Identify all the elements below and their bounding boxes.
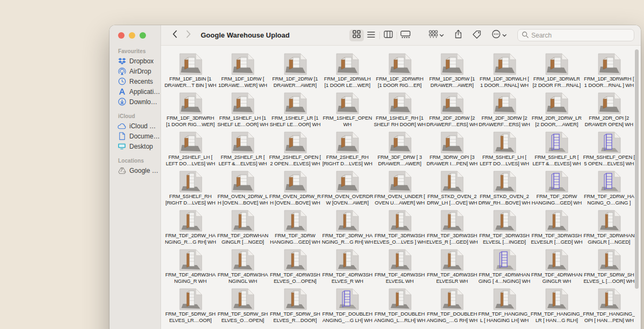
file-item[interactable]: FRM_TDF_4DRW3SHELVES_O…OPEN] WH bbox=[269, 248, 321, 288]
file-item[interactable]: FRM_TDF_HANGING_L [ HANGING LH] WH bbox=[478, 288, 531, 327]
file-item[interactable]: FRM_TDF_5DRW_SHELVES_LR…OOR] WH bbox=[164, 288, 217, 327]
zoom-button[interactable] bbox=[140, 32, 146, 39]
file-item[interactable]: FRM_TDF_2DRW_HANGING_O…GING ] WH bbox=[583, 170, 635, 209]
sidebar-item-google-driv[interactable]: Google Driv… bbox=[109, 165, 160, 176]
file-item[interactable]: FRM_OVEN_2DRW_RH [OVEN…BOVE] WH bbox=[269, 170, 321, 209]
file-item[interactable]: FRM_OVEN_2DRW_LH [OVEN…BOVE] WH bbox=[217, 170, 269, 209]
file-item[interactable]: FRM_2SHELF_LR [ LEFT &…ELVES] WH bbox=[217, 131, 269, 170]
minimize-button[interactable] bbox=[129, 32, 135, 39]
sidebar-item-documents[interactable]: Documents bbox=[109, 131, 160, 141]
grid-view-button[interactable] bbox=[349, 30, 364, 41]
gallery-view-button[interactable] bbox=[398, 30, 413, 41]
file-item[interactable]: FRM_TDF_2DRW HANGING…GED] WH bbox=[531, 170, 583, 209]
file-name: FRM_1DF_2DRWLH [1 DOOR LE…WER] WH bbox=[321, 76, 374, 89]
file-item[interactable]: FRM_1DF_3DRWLH [ 1 DOOR…RNAL] WH bbox=[478, 53, 531, 92]
file-item[interactable]: FRM_2DR_2DRW_LR [2 DOOR,…AWER] WH bbox=[531, 92, 583, 131]
sidebar-item-recents[interactable]: Recents bbox=[109, 76, 160, 86]
file-item[interactable]: FRM_TDF_2DRWHANGINGLR […NGED] WH bbox=[217, 209, 269, 248]
file-item[interactable]: FRM_1DF_3DRW [1 DRAWER…AWER] WH bbox=[426, 53, 479, 92]
file-item[interactable]: FRM_TDF_3DRW3SHELVESLR […GED] WH bbox=[531, 209, 583, 248]
file-item[interactable]: FRM_TDF_3DRW3SHELVESL […INGED] WH bbox=[478, 209, 531, 248]
file-thumbnail-icon bbox=[283, 288, 308, 310]
file-item[interactable]: FRM_TDF_HANGING_LR [ HAN…G RLH] WH bbox=[531, 288, 583, 327]
file-item[interactable]: FRM_1DF_3DRWLR [2 DOOR FR…RNAL] WH bbox=[531, 53, 583, 92]
file-item[interactable]: FRM_OVEN_OVERDRW [OVEN…AWER] WH bbox=[321, 170, 374, 209]
file-item[interactable]: FRM_OVEN_UNDER [ OVEN U…AWER] WH bbox=[374, 170, 426, 209]
file-name: FRM_TDF_3DRW3SHELVES_R […GED] WH bbox=[426, 232, 478, 245]
file-item[interactable]: FRM_5SHELF_LR [ LEFT &…ELVES] WH bbox=[531, 131, 583, 170]
file-item[interactable]: FRM_1SHELF_RH [1 SHELF RH DOOR] WH bbox=[374, 92, 426, 131]
sidebar-item-desktop[interactable]: Desktop bbox=[109, 141, 160, 151]
back-button[interactable] bbox=[169, 30, 180, 41]
search-input[interactable] bbox=[531, 32, 630, 39]
file-item[interactable]: FRM_TDF_4DRW3SHELVESL WH bbox=[374, 248, 426, 288]
file-item[interactable]: FRM_2SHELF_RH [RIGHT D…LVES] WH bbox=[321, 131, 374, 170]
file-item[interactable]: FRM_TDF_3DRW_HANGING_R…G RH] WH bbox=[321, 209, 374, 248]
more-button[interactable] bbox=[492, 30, 507, 41]
file-item[interactable]: FRM_2DF_2DRW [2 DRAWERF…ERS] WH bbox=[426, 92, 479, 131]
file-item[interactable]: FRM_1SHELF_LH [1 SHELF LE…OOR] WH bbox=[217, 92, 269, 131]
file-item[interactable]: FRM_TDF_DOUBLEHANGING_…G LH] WH bbox=[321, 288, 374, 327]
sidebar-item-airdrop[interactable]: AirDrop bbox=[109, 66, 160, 76]
file-item[interactable]: FRM_3DF_DRW [ 3 DRAWER…AWER] WH bbox=[374, 131, 426, 170]
file-item[interactable]: FRM_5SHELF_OPEN [ 5 OPEN…ELVES] WH bbox=[583, 131, 635, 170]
file-item[interactable]: FRM_TDF_4DRW3HANGING_R WH bbox=[164, 248, 217, 288]
file-item[interactable]: FRM_1DF_2DRW [1 DRAWER…AWER] WH bbox=[269, 53, 321, 92]
file-item[interactable]: FRM_TDF_3DRWHANGINGLR […NGED] WH bbox=[583, 209, 635, 248]
list-view-button[interactable] bbox=[364, 30, 378, 41]
file-thumbnail-icon bbox=[597, 209, 621, 232]
file-name: FRM_TDF_4DRW3SHELVES_O…OPEN] WH bbox=[269, 272, 321, 284]
tag-button[interactable] bbox=[472, 30, 481, 41]
file-item[interactable]: FRM_1DF_1DRW [ 1DRAWE…WER] WH bbox=[217, 53, 269, 92]
file-item[interactable]: FRM_3DRW_OPI [3 DRAWER I…PEN] WH bbox=[426, 131, 479, 170]
vertical-scrollbar[interactable] bbox=[635, 49, 639, 289]
file-item[interactable]: FRM_TDF_4DRW3SHELVES_R WH bbox=[321, 248, 374, 288]
file-name: FRM_TDF_4DRW3SHELVES_R WH bbox=[321, 272, 374, 284]
file-item[interactable]: FRM_TDF_HANGING_OPI [ HAN…PEN] WH bbox=[583, 288, 635, 327]
file-item[interactable]: FRM_TDF_4DRW3SHELVESLR WH bbox=[426, 248, 479, 288]
search-field[interactable] bbox=[517, 29, 634, 41]
file-item[interactable]: FRM_TDF_3DRW3SHELVES_O…LVES ] WH bbox=[374, 209, 426, 248]
close-button[interactable] bbox=[118, 32, 125, 39]
file-item[interactable]: FRM_5SHELF_LH [ LEFT DO…LVES] WH bbox=[478, 131, 531, 170]
file-item[interactable]: FRM_1DF_3DRWRH [ 1 DOOR…RNAL ] WH bbox=[583, 53, 635, 92]
file-name: FRM_1SHELF_OPEN WH bbox=[321, 115, 374, 127]
file-item[interactable]: FRM_1DF_3DRWRH [1 DOOR RIG…WER] WH bbox=[164, 92, 217, 131]
file-item[interactable]: FRM_STKD_OVEN_2DRW_LH […OVE] WH bbox=[426, 170, 479, 209]
group-button[interactable] bbox=[429, 30, 444, 41]
file-item[interactable]: FRM_TDF_5DRW_SHELVES_R…DOOR] WH bbox=[269, 288, 321, 327]
forward-button[interactable] bbox=[183, 30, 194, 41]
file-item[interactable]: FRM_1DF_1BIN [1 DRAWER…T BIN ] WH bbox=[164, 53, 217, 92]
file-thumbnail-icon bbox=[178, 53, 203, 75]
file-item[interactable]: FRM_STKD_OVEN_2DRW_RH…BOVE] WH bbox=[478, 170, 531, 209]
file-item[interactable]: FRM_TDF_3DRW3SHELVES_R […GED] WH bbox=[426, 209, 479, 248]
column-view-button[interactable] bbox=[381, 30, 396, 41]
file-item[interactable]: FRM_TDF_4DRWHANGING [ 4…NGING] WH bbox=[478, 248, 531, 288]
file-item[interactable]: FRM_1DF_2DRWLH [1 DOOR LE…WER] WH bbox=[321, 53, 374, 92]
sidebar-item-dropbox[interactable]: Dropbox bbox=[109, 56, 160, 66]
sidebar-item-downloads[interactable]: Downloads bbox=[109, 97, 160, 107]
file-item[interactable]: FRM_TDF_4DRWHANGINGLR WH bbox=[531, 248, 583, 288]
file-item[interactable]: FRM_1SHELF_OPEN WH bbox=[321, 92, 374, 131]
file-item[interactable]: FRM_TDF_5DRW_SHELVES_L […OOR] WH bbox=[583, 248, 635, 288]
sidebar-item-icloud-drive[interactable]: iCloud Drive bbox=[109, 121, 160, 131]
file-item[interactable]: FRM_TDF_DOUBLEHANGING_…G RH] WH bbox=[426, 288, 479, 327]
file-item[interactable]: FRM_TDF_5DRW_SHELVES_O…OPEN] WH bbox=[217, 288, 269, 327]
file-item[interactable]: FRM_5SHELF_RH [RIGHT D…LVES] WH bbox=[164, 170, 217, 209]
file-item[interactable]: FRM_TDF_4DRW3HANGINGL WH bbox=[217, 248, 269, 288]
file-item[interactable]: FRM_1DF_2DRWRH [1 DOOR RIG…ER] WH bbox=[374, 53, 426, 92]
file-item[interactable]: FRM_1SHELF_LR [1 SHELF LE…OOR] WH bbox=[269, 92, 321, 131]
file-item[interactable]: FRM_TDF_3DRW HANGING…GED] WH bbox=[269, 209, 321, 248]
file-item[interactable]: FRM_TDF_DOUBLEHANGING_L…RLH] WH bbox=[374, 288, 426, 327]
share-button[interactable] bbox=[455, 30, 462, 41]
file-item[interactable]: FRM_TDF_2DRW_HANGING_R…G RH] WH bbox=[164, 209, 217, 248]
list-view-icon bbox=[367, 31, 375, 40]
file-item[interactable]: FRM_2DR_OPI [2 DRAWER OPEN] WH bbox=[583, 92, 635, 131]
file-item[interactable]: FRM_2SHELF_OPEN [ 2 OPEN…ELVES] WH bbox=[269, 131, 321, 170]
chevron-down-icon bbox=[502, 34, 507, 37]
sidebar-item-applications[interactable]: Applications bbox=[109, 86, 160, 97]
file-item[interactable]: FRM_2SHELF_LH [ LEFT DO…LVES] WH bbox=[164, 131, 217, 170]
file-item[interactable]: FRM_2DF_3DRW [2 DRAWERF…ERS] WH bbox=[478, 92, 531, 131]
downloads-icon bbox=[118, 98, 126, 106]
file-name: FRM_1DF_3DRWRH [ 1 DOOR…RNAL ] WH bbox=[583, 76, 635, 88]
